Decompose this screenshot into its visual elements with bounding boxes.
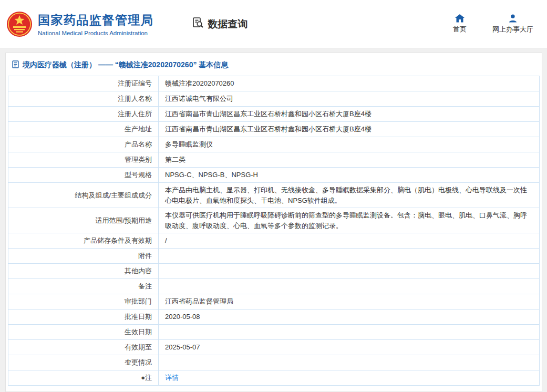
data-query-icon: [192, 16, 204, 32]
nav-home[interactable]: 首页: [449, 14, 470, 34]
row-label: 注册证编号: [8, 76, 159, 91]
table-row: 审批部门江西省药品监督管理局: [8, 294, 540, 310]
table-row: 生效日期: [8, 325, 540, 340]
row-value: [159, 249, 540, 264]
row-label: 审批部门: [8, 294, 159, 310]
row-value: [159, 355, 540, 370]
row-value: 本仪器可供医疗机构用于睡眠呼吸障碍诊断前的筛查型的多导睡眠监测设备。包含：脑电、…: [159, 208, 540, 233]
page-title: 境内医疗器械（注册） —— “赣械注准20202070260” 基本信息: [6, 53, 542, 76]
table-row: 其他内容: [8, 264, 540, 279]
row-label: 生产地址: [8, 122, 159, 137]
row-value: 2020-05-08: [159, 310, 540, 325]
nav-home-label: 首页: [453, 25, 467, 34]
row-label: 适用范围/预期用途: [8, 208, 159, 233]
site-header: 国家药品监督管理局 National Medical Products Admi…: [0, 0, 547, 48]
user-icon: [509, 14, 517, 23]
row-value: NPSG-C、NPSG-B、NPSG-H: [159, 168, 540, 183]
table-row: 产品名称多导睡眠监测仪: [8, 137, 540, 152]
row-value: [159, 264, 540, 279]
row-value: 赣械注准20202070260: [159, 76, 540, 91]
table-row: 有效期至2025-05-07: [8, 340, 540, 355]
row-label: 批准日期: [8, 310, 159, 325]
table-row: 注册人住所江西省南昌市青山湖区昌东工业区石桥村鑫和园小区石桥大厦B座4楼: [8, 107, 540, 122]
row-label: 生效日期: [8, 325, 159, 340]
row-label: 附件: [8, 249, 159, 264]
row-value: 江西省南昌市青山湖区昌东工业区石桥村鑫和园小区石桥大厦B座4楼: [159, 122, 540, 137]
nmpa-logo-block: 国家药品监督管理局 National Medical Products Admi…: [6, 11, 154, 37]
table-row: 注册证编号赣械注准20202070260: [8, 76, 540, 91]
row-value: /: [159, 233, 540, 249]
table-row: 型号规格NPSG-C、NPSG-B、NPSG-H: [8, 168, 540, 183]
table-row: 变更情况: [8, 355, 540, 370]
document-icon: [12, 60, 19, 70]
org-name-cn: 国家药品监督管理局: [38, 12, 154, 28]
info-table-body: 注册证编号赣械注准20202070260注册人名称江西诺诚电气有限公司注册人住所…: [8, 76, 540, 386]
row-label: 产品名称: [8, 137, 159, 152]
row-label: 有效期至: [8, 340, 159, 355]
row-label: 结构及组成/主要组成成分: [8, 183, 159, 208]
data-query-label: 数据查询: [208, 17, 248, 31]
page-title-text: 境内医疗器械（注册） —— “赣械注准20202070260” 基本信息: [23, 60, 228, 70]
row-label: 其他内容: [8, 264, 159, 279]
row-label: 备注: [8, 279, 159, 294]
org-names: 国家药品监督管理局 National Medical Products Admi…: [38, 12, 154, 36]
row-value: 多导睡眠监测仪: [159, 137, 540, 152]
table-row: 适用范围/预期用途本仪器可供医疗机构用于睡眠呼吸障碍诊断前的筛查型的多导睡眠监测…: [8, 208, 540, 233]
row-value: 江西省南昌市青山湖区昌东工业区石桥村鑫和园小区石桥大厦B座4楼: [159, 107, 540, 122]
row-value: 本产品由电脑主机、显示器、打印机、无线接收盒、多导睡眠数据采集部分、脑电（肌电）…: [159, 183, 540, 208]
table-row: 产品储存条件及有效期/: [8, 233, 540, 249]
table-row: 管理类别第二类: [8, 152, 540, 168]
row-value: 详情: [159, 370, 540, 386]
row-value: 江西省药品监督管理局: [159, 294, 540, 310]
detail-link[interactable]: 详情: [165, 374, 179, 381]
row-label: ●注: [8, 370, 159, 386]
row-value: [159, 279, 540, 294]
row-label: 注册人名称: [8, 91, 159, 107]
table-row: 批准日期2020-05-08: [8, 310, 540, 325]
info-table: 注册证编号赣械注准20202070260注册人名称江西诺诚电气有限公司注册人住所…: [8, 76, 540, 386]
row-label: 变更情况: [8, 355, 159, 370]
nav-service-hall-label: 网上办事大厅: [492, 25, 533, 34]
row-value: 第二类: [159, 152, 540, 168]
national-emblem-icon: [6, 11, 33, 37]
table-row: ●注详情: [8, 370, 540, 386]
main-area: 境内医疗器械（注册） —— “赣械注准20202070260” 基本信息 注册证…: [0, 48, 547, 392]
row-value: [159, 325, 540, 340]
org-name-en: National Medical Products Administration: [38, 30, 154, 36]
header-right-nav: 首页 网上办事大厅: [449, 14, 533, 34]
row-label: 型号规格: [8, 168, 159, 183]
row-label: 产品储存条件及有效期: [8, 233, 159, 249]
content-box: 境内医疗器械（注册） —— “赣械注准20202070260” 基本信息 注册证…: [5, 53, 542, 392]
home-icon: [455, 14, 465, 23]
row-value: 江西诺诚电气有限公司: [159, 91, 540, 107]
table-row: 备注: [8, 279, 540, 294]
row-value: 2025-05-07: [159, 340, 540, 355]
row-label: 注册人住所: [8, 107, 159, 122]
row-label: 管理类别: [8, 152, 159, 168]
nav-data-query[interactable]: 数据查询: [192, 16, 248, 32]
table-row: 附件: [8, 249, 540, 264]
table-row: 生产地址江西省南昌市青山湖区昌东工业区石桥村鑫和园小区石桥大厦B座4楼: [8, 122, 540, 137]
nav-service-hall[interactable]: 网上办事大厅: [492, 14, 533, 34]
table-row: 注册人名称江西诺诚电气有限公司: [8, 91, 540, 107]
table-row: 结构及组成/主要组成成分本产品由电脑主机、显示器、打印机、无线接收盒、多导睡眠数…: [8, 183, 540, 208]
